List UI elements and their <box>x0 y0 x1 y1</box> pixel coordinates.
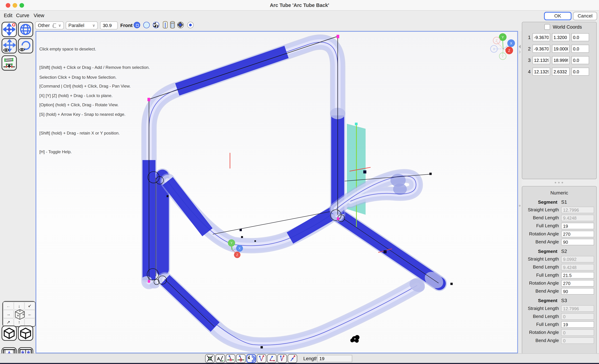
panel-drag-handle[interactable] <box>555 182 563 183</box>
cube-blank <box>25 318 35 326</box>
center-snap-icon <box>206 355 213 362</box>
svg-text:Z: Z <box>236 253 238 257</box>
center-dot-icon[interactable] <box>187 22 194 28</box>
other-dropdown[interactable]: Other ∨ <box>35 21 64 29</box>
world-coords-label: World Coords <box>553 24 582 30</box>
cube-top-view-button[interactable] <box>1 326 17 341</box>
coord-row-2: 2 <box>525 45 589 53</box>
zebra-stripes-icon[interactable] <box>153 22 159 28</box>
coord-y-input[interactable] <box>552 56 570 64</box>
rotation-angle-field[interactable]: 270 <box>561 280 594 286</box>
tube-bottom-rail[interactable] <box>165 276 427 345</box>
rotation-angle-field[interactable]: 270 <box>561 231 594 237</box>
menu-edit[interactable]: Edit <box>4 13 12 18</box>
cube-arrow-left[interactable]: ← <box>25 310 35 318</box>
world-coords-row[interactable]: World Coords <box>544 24 582 30</box>
angle-measure-button[interactable] <box>267 354 277 363</box>
segment-id: S3 <box>561 298 567 303</box>
snap-edge-tool-button[interactable] <box>1 55 17 71</box>
row-index: 3 <box>525 58 531 63</box>
cancel-button[interactable]: Cancel <box>573 12 597 20</box>
shaded-solid-icon[interactable] <box>134 22 140 28</box>
window-bottom-edge <box>0 363 599 364</box>
coord-y-input[interactable] <box>552 33 570 41</box>
origin-gizmo[interactable]: Y X Z <box>225 237 248 262</box>
world-coords-checkbox[interactable] <box>544 24 550 30</box>
field-label: Rotation Angle <box>522 330 559 335</box>
point-on-line-icon <box>227 355 234 362</box>
ok-button[interactable]: OK <box>544 12 572 20</box>
diamond-pattern-icon[interactable] <box>177 22 184 28</box>
ghosted-icon[interactable] <box>143 22 150 28</box>
cancel-button-label: Cancel <box>578 13 593 19</box>
selection-plane[interactable] <box>347 123 366 227</box>
field-label: Full Length <box>522 322 559 327</box>
wire-cylinder-icon[interactable] <box>162 21 168 30</box>
title-bar: Arc Tube 'Arc Tube Back' <box>0 0 599 11</box>
vee-rays-button[interactable] <box>277 354 287 363</box>
point-on-line-button[interactable] <box>226 354 235 363</box>
length-input[interactable] <box>317 355 352 362</box>
coord-x-input[interactable] <box>532 68 550 76</box>
coord-x-input[interactable] <box>532 45 550 53</box>
projection-dropdown[interactable]: Parallel ∨ <box>66 21 98 29</box>
coord-z-input[interactable] <box>572 68 589 76</box>
app-window: Arc Tube 'Arc Tube Back' Edit Curve View… <box>0 0 599 364</box>
menu-view[interactable]: View <box>34 13 44 18</box>
snap-edge-icon <box>3 56 16 70</box>
full-length-field[interactable]: 21.5 <box>561 272 594 278</box>
coord-z-input[interactable] <box>572 33 589 41</box>
ok-button-label: OK <box>554 13 561 19</box>
field-label: Straight Length <box>522 306 559 311</box>
axis-gizmo-corner[interactable]: Y X Z Z X Y <box>489 32 517 60</box>
chevron-down-icon: ∨ <box>58 23 61 27</box>
plane-handle[interactable] <box>355 123 358 125</box>
cube-arrow-downleft[interactable]: ↙ <box>25 302 35 310</box>
coord-x-input[interactable] <box>532 56 550 64</box>
bend-angle-field[interactable]: 90 <box>561 239 594 245</box>
numeric-panel: Numeric Segment S1 Straight Length12.799… <box>522 186 597 362</box>
segment-id: S2 <box>561 249 567 254</box>
rotation-angle-field: 0 <box>561 329 594 336</box>
straight-length-field: 12.7996 <box>561 206 594 213</box>
help-line: Click empty space to deselect. <box>39 46 150 52</box>
zoom-input[interactable] <box>103 23 113 28</box>
numeric-title: Numeric <box>522 190 596 196</box>
move-tool-button[interactable] <box>1 22 17 37</box>
coord-row-1: 1 <box>525 33 589 41</box>
midpoint-diamond-button[interactable] <box>236 354 246 363</box>
shaded-cylinder-icon[interactable] <box>170 21 176 30</box>
center-snap-button[interactable] <box>205 354 215 363</box>
rotate-view-button[interactable] <box>18 38 33 53</box>
pan-view-button[interactable] <box>1 38 17 53</box>
coord-x-input[interactable] <box>532 33 550 41</box>
coord-y-input[interactable] <box>552 68 570 76</box>
field-label: Rotation Angle <box>522 231 559 236</box>
globe-tool-button[interactable] <box>18 22 33 37</box>
zoom-field-wrap <box>100 21 117 29</box>
tube-right-leg[interactable] <box>338 215 446 292</box>
coord-z-input[interactable] <box>572 45 589 53</box>
two-rays-button[interactable] <box>257 354 266 363</box>
arc-tool-button[interactable] <box>247 354 256 363</box>
full-length-field[interactable]: 19 <box>561 321 594 328</box>
svg-text:Z: Z <box>508 49 510 53</box>
viewport-3d[interactable]: Click empty space to deselect. [Shift] (… <box>35 31 518 354</box>
full-length-field[interactable]: 19 <box>561 222 594 229</box>
coord-row-3: 3 <box>525 56 589 64</box>
help-line: [X] [Y] [Z] (hold) + Drag - Lock to plan… <box>39 93 125 99</box>
help-line: Selection Click + Drag to Move Selection… <box>39 74 125 80</box>
menu-curve[interactable]: Curve <box>16 13 29 18</box>
straight-length-field: 9.0992 <box>561 256 594 262</box>
coord-z-input[interactable] <box>572 56 589 64</box>
segment-button[interactable] <box>288 354 297 363</box>
cube-bottom-view-button[interactable] <box>18 326 33 341</box>
tube-seat-rail[interactable] <box>168 181 336 246</box>
vee-rays-icon <box>279 355 285 362</box>
coord-y-input[interactable] <box>552 45 570 53</box>
panel-splitter[interactable] <box>518 31 522 354</box>
angle-measure-icon <box>268 355 275 362</box>
bottom-toolbar <box>0 354 599 364</box>
bend-angle-field[interactable]: 90 <box>561 288 594 294</box>
angle-a-button[interactable]: A <box>215 354 225 363</box>
